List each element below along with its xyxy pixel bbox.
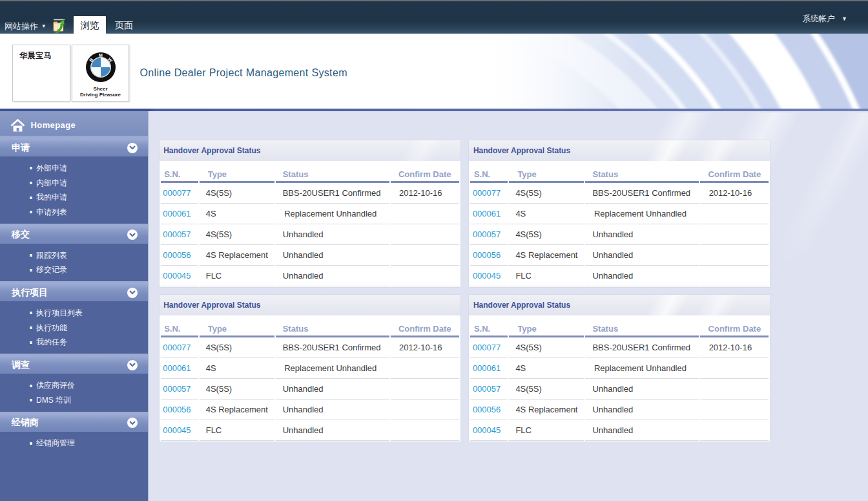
svg-text:M: M	[99, 53, 103, 58]
